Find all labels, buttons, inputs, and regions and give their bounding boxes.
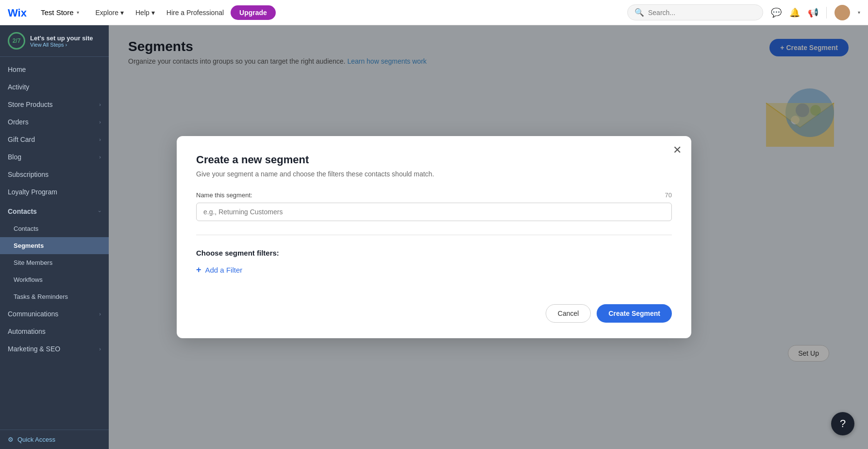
- setup-progress-circle: 2/7: [8, 32, 25, 50]
- segment-name-input[interactable]: [196, 203, 672, 221]
- sidebar-navigation: Home Activity Store Products › Orders › …: [0, 57, 109, 430]
- add-filter-button[interactable]: + Add a Filter: [196, 265, 242, 275]
- search-bar: 🔍: [627, 4, 763, 20]
- sidebar-item-site-members[interactable]: Site Members: [0, 254, 109, 271]
- sidebar-item-loyalty-program[interactable]: Loyalty Program: [0, 183, 109, 201]
- sidebar-item-store-products[interactable]: Store Products ›: [0, 96, 109, 113]
- avatar-chevron-icon: ▾: [858, 10, 860, 15]
- store-name-button[interactable]: Test Store ▾: [37, 6, 83, 18]
- nav-links: Explore ▾ Help ▾ Hire a Professional Upg…: [91, 5, 276, 20]
- store-products-chevron-icon: ›: [99, 102, 101, 107]
- store-name-label: Test Store: [41, 8, 74, 17]
- gift-card-chevron-icon: ›: [99, 137, 101, 142]
- sidebar-item-orders[interactable]: Orders ›: [0, 113, 109, 131]
- blog-chevron-icon: ›: [99, 154, 101, 160]
- modal-divider: [196, 235, 672, 235]
- main-content: Segments Organize your contacts into gro…: [109, 25, 868, 449]
- modal-subtitle: Give your segment a name and choose the …: [196, 170, 672, 178]
- orders-chevron-icon: ›: [99, 119, 101, 125]
- contacts-section-chevron-icon: ›: [97, 210, 103, 212]
- sidebar-setup[interactable]: 2/7 Let's set up your site View All Step…: [0, 25, 109, 57]
- create-segment-modal: ✕ Create a new segment Give your segment…: [177, 136, 691, 338]
- nav-divider: [826, 7, 827, 18]
- sidebar-item-communications[interactable]: Communications ›: [0, 305, 109, 323]
- announcements-icon[interactable]: 📢: [808, 7, 818, 18]
- help-chevron-icon: ▾: [151, 9, 155, 17]
- help-nav-button[interactable]: Help ▾: [131, 6, 160, 19]
- upgrade-button[interactable]: Upgrade: [231, 5, 276, 20]
- hire-pro-button[interactable]: Hire a Professional: [162, 6, 229, 19]
- sidebar-item-home[interactable]: Home: [0, 61, 109, 78]
- modal-footer: Cancel Create Segment: [196, 304, 672, 323]
- sidebar-item-segments[interactable]: Segments: [0, 237, 109, 254]
- sidebar-item-activity[interactable]: Activity: [0, 78, 109, 96]
- avatar[interactable]: [835, 5, 850, 20]
- sidebar-item-marketing-seo[interactable]: Marketing & SEO ›: [0, 340, 109, 358]
- nav-icons: 💬 🔔 📢 ▾: [771, 5, 860, 20]
- name-label: Name this segment:: [196, 191, 252, 199]
- explore-nav-button[interactable]: Explore ▾: [91, 6, 129, 19]
- view-all-steps-link[interactable]: View All Steps ›: [30, 42, 93, 48]
- modal-close-button[interactable]: ✕: [673, 144, 682, 156]
- search-icon: 🔍: [634, 8, 644, 17]
- sidebar-item-blog[interactable]: Blog ›: [0, 148, 109, 166]
- sidebar-item-tasks-reminders[interactable]: Tasks & Reminders: [0, 288, 109, 305]
- cancel-button[interactable]: Cancel: [546, 304, 591, 323]
- notifications-icon[interactable]: 🔔: [789, 7, 800, 18]
- quick-access-icon: ⚙: [8, 436, 14, 443]
- modal-title: Create a new segment: [196, 154, 672, 166]
- setup-text: Let's set up your site View All Steps ›: [30, 35, 93, 48]
- char-count: 70: [665, 191, 672, 199]
- top-nav: Wix Test Store ▾ Explore ▾ Help ▾ Hire a…: [0, 0, 868, 25]
- messages-icon[interactable]: 💬: [771, 7, 782, 18]
- communications-chevron-icon: ›: [99, 311, 101, 317]
- modal-field-label: Name this segment: 70: [196, 191, 672, 199]
- create-segment-button[interactable]: Create Segment: [597, 304, 672, 323]
- search-input[interactable]: [648, 9, 756, 17]
- store-name-chevron-icon: ▾: [77, 10, 79, 15]
- svg-text:Wix: Wix: [8, 7, 27, 19]
- quick-access-button[interactable]: ⚙ Quick Access: [0, 430, 109, 449]
- sidebar-item-workflows[interactable]: Workflows: [0, 271, 109, 288]
- sidebar-item-gift-card[interactable]: Gift Card ›: [0, 131, 109, 148]
- sidebar-item-contacts-section[interactable]: Contacts ›: [0, 203, 109, 220]
- sidebar-item-contacts-sub[interactable]: Contacts: [0, 220, 109, 237]
- sidebar-item-automations[interactable]: Automations: [0, 323, 109, 340]
- add-filter-label: Add a Filter: [205, 266, 243, 274]
- marketing-seo-chevron-icon: ›: [99, 346, 101, 352]
- sidebar-item-subscriptions[interactable]: Subscriptions: [0, 166, 109, 183]
- filter-section-title: Choose segment filters:: [196, 249, 672, 257]
- plus-icon: +: [196, 265, 201, 275]
- modal-overlay: ✕ Create a new segment Give your segment…: [109, 25, 868, 449]
- sidebar: 2/7 Let's set up your site View All Step…: [0, 25, 109, 449]
- help-fab-button[interactable]: ?: [831, 412, 854, 435]
- wix-logo: Wix: [8, 6, 29, 19]
- explore-chevron-icon: ▾: [120, 9, 124, 17]
